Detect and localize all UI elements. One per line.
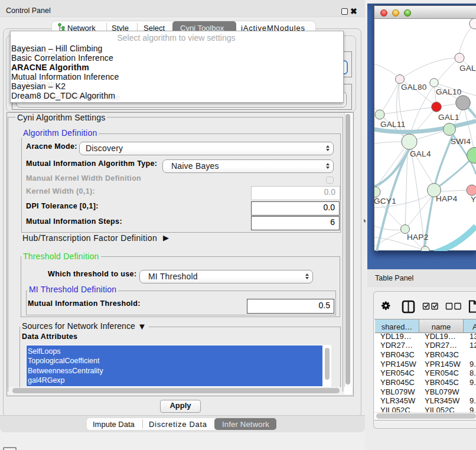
svg-text:GAL11: GAL11	[380, 120, 406, 129]
svg-text:GAL10: GAL10	[436, 87, 462, 96]
svg-text:GAL1: GAL1	[438, 113, 459, 122]
svg-text:HAP4: HAP4	[436, 194, 458, 203]
svg-text:GCY1: GCY1	[374, 197, 396, 206]
svg-text:GAL4: GAL4	[410, 149, 431, 158]
svg-text:HAP2: HAP2	[407, 233, 428, 242]
svg-text:SWI4: SWI4	[451, 137, 471, 146]
svg-text:GAL7: GAL7	[459, 64, 476, 73]
svg-text:GAL80: GAL80	[401, 83, 427, 92]
svg-text:Y: Y	[471, 195, 476, 204]
